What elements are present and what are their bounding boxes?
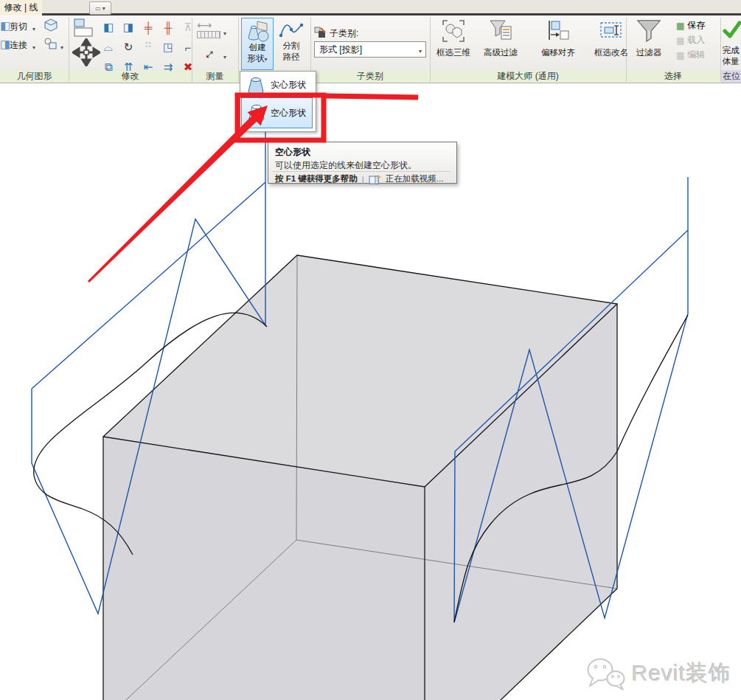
modify-paste-icon[interactable] xyxy=(74,18,94,38)
join-button[interactable]: 连接 xyxy=(10,39,27,52)
chevron-down-icon xyxy=(264,54,267,63)
watermark: Revit装饰 xyxy=(586,653,741,694)
finish-mass-button[interactable]: 完成 体量 xyxy=(720,18,741,69)
panel-label-measure[interactable]: 测量 xyxy=(192,71,238,82)
panel-label-geometry[interactable]: 几何图形 xyxy=(0,71,69,82)
array-icon-disabled xyxy=(140,39,156,55)
create-shape-button[interactable]: 创建 形状 xyxy=(241,18,274,70)
box-select-3d-button[interactable]: 框选三维 xyxy=(434,18,473,69)
save-selection-label: 保存 xyxy=(687,19,705,32)
tooltip-loading-video: 正在加载视频... xyxy=(386,173,444,184)
box-select-3d-label: 框选三维 xyxy=(436,47,470,58)
split-path-label-1: 分割 xyxy=(283,41,300,52)
unpin-icon[interactable] xyxy=(180,39,196,55)
subcategory-icon xyxy=(314,27,327,38)
split-with-gap-icon[interactable] xyxy=(160,19,176,35)
split-path-button[interactable]: 分割 路径 xyxy=(274,18,308,69)
edit-selection-label: 编辑 xyxy=(687,49,705,61)
create-shape-icon xyxy=(245,20,270,42)
subcategory-combobox-value: 形式 [投影] xyxy=(319,44,419,56)
chevron-down-icon xyxy=(102,5,105,12)
load-selection-label: 载入 xyxy=(687,34,705,46)
pin-icon-disabled xyxy=(180,19,196,35)
move-icon[interactable] xyxy=(72,38,100,66)
panel-label-modeling-master[interactable]: 建模大师 (通用) xyxy=(430,71,626,82)
void-shape-label: 空心形状 xyxy=(271,107,306,119)
save-selection-button[interactable]: ▦ 保存 xyxy=(676,19,705,32)
chevron-down-icon[interactable] xyxy=(223,49,226,62)
offset-icon[interactable] xyxy=(100,39,116,55)
split-element-icon[interactable] xyxy=(140,19,156,35)
ribbon-collapse-button[interactable]: ▭ xyxy=(89,1,111,15)
void-shape-icon xyxy=(245,102,267,124)
split-path-label-2: 路径 xyxy=(283,52,300,63)
ruler-icon[interactable] xyxy=(197,31,220,38)
menu-item-solid-shape[interactable]: 实心形状 xyxy=(242,74,313,97)
void-shape-tooltip: 空心形状 可以使用选定的线来创建空心形状。 按 F1 键获得更多帮助 | 正在加… xyxy=(268,142,457,184)
filter-label: 过滤器 xyxy=(636,47,662,58)
ribbon-bottom-border xyxy=(0,83,741,83)
solid-shape-label: 实心形状 xyxy=(271,79,306,91)
subcategory-combobox[interactable]: 形式 [投影] xyxy=(314,41,426,58)
offset-align-label: 偏移对齐 xyxy=(541,47,575,58)
create-shape-label-1: 创建 xyxy=(249,42,266,53)
mirror-pick-axis-icon[interactable] xyxy=(100,19,116,35)
3d-canvas[interactable] xyxy=(0,0,741,700)
solid-shape-icon xyxy=(244,74,266,96)
subcategory-field-label: 子类别: xyxy=(330,27,358,40)
tooltip-body: 可以使用选定的线来创建空心形状。 xyxy=(275,159,417,172)
panel-label-subcategory[interactable]: 子类别 xyxy=(310,71,430,82)
box-rename-label: 框选改名 xyxy=(594,47,628,58)
chevron-down-icon[interactable] xyxy=(32,21,35,34)
menu-item-void-shape[interactable]: 空心形状 xyxy=(241,97,313,128)
panel-label-select[interactable]: 选择 xyxy=(626,71,720,82)
tab-modify-line[interactable]: 修改 | 线 xyxy=(0,0,42,15)
dimension-arrow-icon: ⟷ xyxy=(197,19,212,31)
load-selection-icon: ▦ xyxy=(676,35,684,46)
panel-divider xyxy=(238,18,239,82)
rotate-icon[interactable] xyxy=(120,39,136,55)
split-path-icon xyxy=(279,20,304,41)
create-shape-dropdown-menu: 实心形状 空心形状 xyxy=(240,71,316,132)
video-loading-icon xyxy=(369,174,381,184)
advanced-filter-label: 高级过滤 xyxy=(484,47,518,58)
create-shape-label-2: 形状 xyxy=(247,53,267,64)
panel-icon: ▭ xyxy=(95,5,101,12)
filter-button[interactable]: 过滤器 xyxy=(630,18,667,69)
edit-selection-icon: ▦ xyxy=(676,50,684,60)
tooltip-title: 空心形状 xyxy=(275,146,310,159)
save-selection-icon: ▦ xyxy=(676,21,684,31)
tooltip-separator xyxy=(273,171,450,172)
cut-button[interactable]: 剪切 xyxy=(10,21,27,33)
chevron-down-icon[interactable] xyxy=(32,39,35,52)
tooltip-pipe: | xyxy=(362,175,364,184)
edit-selection-button: ▦ 编辑 xyxy=(676,49,705,61)
geometry-box-icon[interactable] xyxy=(43,18,59,32)
finish-mass-label-1: 完成 xyxy=(723,45,740,56)
box-rename-button[interactable]: 框选改名 xyxy=(592,18,630,69)
panel-label-inplace[interactable]: 在位 xyxy=(721,71,741,82)
watermark-text: Revit装饰 xyxy=(632,659,731,689)
wechat-icon xyxy=(586,656,626,691)
offset-align-button[interactable]: 偏移对齐 xyxy=(539,18,577,69)
scale-icon[interactable] xyxy=(160,39,176,55)
panel-label-modify[interactable]: 修改 xyxy=(69,71,192,82)
finish-mass-label-2: 体量 xyxy=(723,56,740,67)
tooltip-help-hint: 按 F1 键获得更多帮助 xyxy=(275,173,358,184)
link-box-icon[interactable] xyxy=(43,36,59,51)
chevron-down-icon xyxy=(419,43,422,56)
chevron-down-icon[interactable] xyxy=(223,25,226,38)
mirror-draw-axis-icon[interactable] xyxy=(120,19,136,35)
load-selection-button: ▦ 载入 xyxy=(676,34,705,46)
advanced-filter-button[interactable]: 高级过滤 xyxy=(478,18,523,69)
chevron-down-icon[interactable] xyxy=(60,39,63,52)
